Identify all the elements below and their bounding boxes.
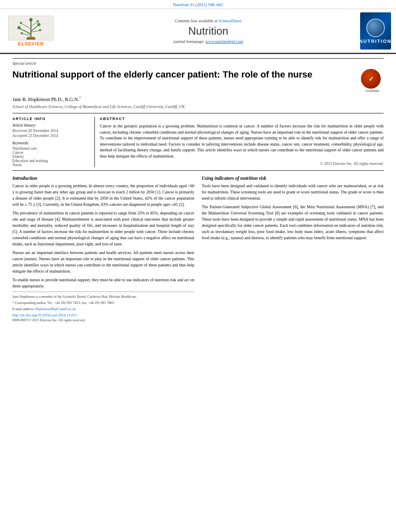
body-content: Introduction Cancer in older people is a… — [12, 176, 384, 322]
using-indicators-para-1: Tools have been designed and validated t… — [202, 183, 384, 201]
nutrition-badge-image: NUTRITION — [360, 12, 391, 49]
svg-point-10 — [20, 22, 22, 24]
svg-point-12 — [39, 29, 41, 31]
contents-line: Contents lists available at ScienceDirec… — [62, 19, 355, 23]
crossmark-label: CrossMark — [361, 89, 384, 92]
keyword-5: Nurse — [12, 163, 90, 167]
article-title: Nutritional support of the elderly cance… — [12, 69, 357, 81]
elsevier-logo: ELSEVIER — [4, 16, 58, 46]
footnote-email: E-mail address: HopkinsonJB@Cardiff.ac.u… — [12, 307, 194, 312]
left-column: Introduction Cancer in older people is a… — [12, 176, 194, 322]
svg-point-8 — [17, 26, 21, 29]
email-link[interactable]: HopkinsonJB@Cardiff.ac.uk — [35, 307, 76, 311]
svg-point-11 — [37, 20, 39, 23]
issn-line: 0899-9007/© 2015 Elsevier Inc. All right… — [12, 318, 194, 322]
article-body: Special article Nutritional support of t… — [0, 54, 396, 326]
abstract-copyright: © 2015 Elsevier Inc. All rights reserved… — [100, 162, 384, 166]
doi-link[interactable]: http://dx.doi.org/10.1016/j.nut.2014.12.… — [12, 313, 194, 317]
abstract-text: Cancer in the geriatric population is a … — [100, 123, 384, 159]
keywords-section: Keywords: Nutritional care Cancer Elderl… — [12, 141, 90, 167]
history-label: Article history: — [12, 123, 90, 127]
journal-title: Nutrition — [62, 25, 355, 38]
abstract-heading: ABSTRACT — [100, 117, 384, 121]
journal-center: Contents lists available at ScienceDirec… — [58, 19, 359, 44]
svg-point-14 — [29, 18, 33, 21]
journal-homepage: journal homepage: www.nutritionjrnl.com — [62, 39, 355, 44]
crossmark-badge: ✓ CrossMark — [361, 69, 384, 92]
sciencedirect-link[interactable]: ScienceDirect — [218, 19, 241, 23]
keyword-3: Elderly — [12, 155, 90, 159]
intro-para-3: Nurses are an important interface betwee… — [12, 250, 194, 274]
keyword-4: Education and training — [12, 159, 90, 163]
nutrition-badge: NUTRITION — [359, 12, 392, 49]
svg-point-13 — [21, 32, 23, 35]
elsevier-label: ELSEVIER — [18, 41, 44, 46]
accepted-date: Accepted 23 December 2014 — [12, 134, 90, 138]
received-date: Received 20 November 2014 — [12, 129, 90, 133]
intro-para-2: The prevalence of malnutrition in cancer… — [12, 210, 194, 247]
using-indicators-heading: Using indicators of nutrition risk — [202, 176, 384, 181]
footer-notes: Jane Hopkinson is a member of the Scient… — [12, 292, 194, 322]
article-info-column: ARTICLE INFO Article history: Received 2… — [12, 117, 95, 167]
journal-reference: Nutrition 31 (2015) 598–602 — [0, 0, 396, 9]
keyword-2: Cancer — [12, 151, 90, 155]
author-line: Jane B. Hopkinson Ph.D., R.G.N.* — [12, 96, 384, 103]
keywords-label: Keywords: — [12, 141, 90, 145]
svg-point-9 — [37, 23, 40, 26]
using-indicators-para-2: The Patient-Generated Subjective Global … — [202, 204, 384, 241]
intro-para-4: To enable nurses to provide nutritional … — [12, 277, 194, 289]
elsevier-tree-icon — [8, 16, 54, 40]
abstract-column: ABSTRACT Cancer in the geriatric populat… — [100, 117, 384, 167]
article-title-section: Nutritional support of the elderly cance… — [12, 69, 384, 92]
crossmark-icon: ✓ — [361, 69, 381, 89]
journal-header: ELSEVIER Contents lists available at Sci… — [0, 9, 396, 54]
footnote-1: Jane Hopkinson is a member of the Scient… — [12, 294, 194, 299]
article-info-abstract-section: ARTICLE INFO Article history: Received 2… — [12, 113, 384, 171]
intro-para-1: Cancer in older people is a growing prob… — [12, 183, 194, 207]
keyword-1: Nutritional care — [12, 146, 90, 151]
article-type-label: Special article — [12, 58, 384, 66]
svg-rect-16 — [27, 37, 34, 38]
article-info-heading: ARTICLE INFO — [12, 117, 90, 121]
footnote-2: * Corresponding author. Tel.: +44 292 09… — [12, 301, 194, 306]
introduction-heading: Introduction — [12, 176, 194, 181]
globe-icon — [366, 19, 385, 37]
affiliation: School of Healthcare Sciences, College o… — [12, 104, 384, 109]
homepage-link[interactable]: www.nutritionjrnl.com — [205, 39, 243, 44]
right-column: Using indicators of nutrition risk Tools… — [202, 176, 384, 322]
